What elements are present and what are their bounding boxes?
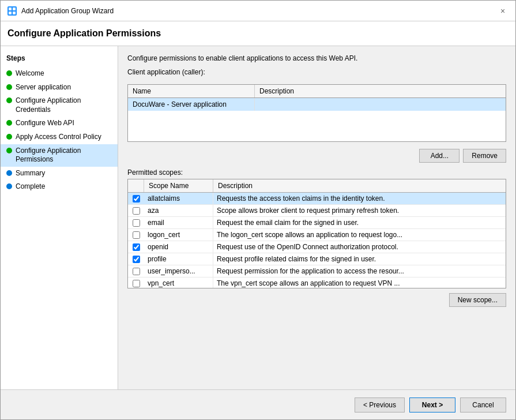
col-header-description: Description	[255, 85, 506, 97]
checkbox-email[interactable]	[133, 219, 140, 227]
scope-name-logon-cert: logon_cert	[144, 229, 213, 241]
scopes-section: Permitted scopes: Scope Name Description	[127, 168, 506, 381]
scope-name-allatclaims: allatclaims	[144, 193, 213, 204]
scope-desc-vpn-cert: The vpn_cert scope allows an application…	[213, 278, 506, 288]
scope-check-col-header	[128, 179, 144, 192]
checkbox-openid[interactable]	[133, 243, 140, 251]
svg-rect-3	[13, 12, 16, 14]
check-col-email	[128, 217, 144, 228]
client-buttons: Add... Remove	[127, 149, 506, 163]
client-name-cell: DocuWare - Server application	[128, 98, 255, 111]
description: Configure permissions to enable client a…	[127, 54, 506, 62]
sidebar-item-access-control[interactable]: Apply Access Control Policy	[1, 130, 118, 144]
client-desc-cell	[255, 98, 506, 111]
client-table-header: Name Description	[128, 85, 506, 98]
checkbox-aza[interactable]	[133, 207, 140, 215]
cancel-button[interactable]: Cancel	[460, 397, 506, 412]
page-header: Configure Application Permissions	[1, 21, 515, 46]
scope-name-user-impersonation: user_imperso...	[144, 265, 213, 277]
scope-row-openid: openid Request use of the OpenID Connect…	[128, 241, 506, 253]
main-panel: Configure permissions to enable client a…	[118, 46, 515, 389]
scope-row-profile: profile Request profile related claims f…	[128, 253, 506, 265]
close-button[interactable]: ×	[497, 5, 509, 17]
scope-desc-col-header: Description	[213, 179, 506, 192]
dot-credentials	[6, 97, 12, 103]
window-title: Add Application Group Wizard	[21, 7, 114, 15]
remove-button[interactable]: Remove	[463, 149, 506, 163]
dot-access-control	[6, 134, 12, 140]
client-section-label: Client application (caller):	[127, 68, 506, 76]
scope-desc-profile: Request profile related claims for the s…	[213, 253, 506, 265]
sidebar-item-welcome[interactable]: Welcome	[1, 67, 118, 81]
check-col-user-impersonation	[128, 266, 144, 277]
check-col-openid	[128, 242, 144, 253]
page-title: Configure Application Permissions	[7, 28, 504, 39]
permitted-scopes-label: Permitted scopes:	[127, 168, 506, 177]
checkbox-vpn-cert[interactable]	[133, 280, 140, 287]
scope-desc-email: Request the email claim for the signed i…	[213, 217, 506, 228]
app-icon	[7, 6, 17, 16]
title-bar: Add Application Group Wizard ×	[1, 1, 515, 21]
scope-name-openid: openid	[144, 241, 213, 253]
checkbox-profile[interactable]	[133, 256, 140, 263]
dot-web-api	[6, 120, 12, 126]
sidebar-item-complete[interactable]: Complete	[1, 180, 118, 194]
title-bar-left: Add Application Group Wizard	[7, 6, 114, 16]
next-button[interactable]: Next >	[409, 397, 455, 412]
checkbox-user-impersonation[interactable]	[133, 268, 140, 275]
add-button[interactable]: Add...	[419, 149, 459, 163]
wizard-window: Add Application Group Wizard × Configure…	[0, 0, 516, 420]
table-row[interactable]: DocuWare - Server application	[128, 98, 506, 111]
check-col-logon-cert	[128, 230, 144, 241]
new-scope-row: New scope...	[127, 293, 506, 307]
scope-name-aza: aza	[144, 205, 213, 216]
dot-app-permissions	[6, 148, 12, 153]
sidebar-item-summary[interactable]: Summary	[1, 167, 118, 181]
svg-rect-0	[9, 7, 12, 10]
check-col-allatclaims	[128, 193, 144, 204]
footer: < Previous Next > Cancel	[1, 389, 515, 419]
steps-label: Steps	[1, 52, 118, 67]
scopes-table: Scope Name Description allatclaims Reque…	[127, 179, 506, 288]
scope-desc-aza: Scope allows broker client to request pr…	[213, 205, 506, 216]
svg-rect-2	[9, 12, 12, 14]
scope-row-email: email Request the email claim for the si…	[128, 217, 506, 229]
scopes-inner[interactable]: Scope Name Description allatclaims Reque…	[128, 179, 506, 288]
sidebar-item-configure-credentials[interactable]: Configure Application Credentials	[1, 94, 118, 117]
sidebar: Steps Welcome Server application Configu…	[1, 46, 118, 389]
scope-name-email: email	[144, 217, 213, 228]
col-header-name: Name	[128, 85, 255, 97]
scope-row-logon-cert: logon_cert The logon_cert scope allows a…	[128, 229, 506, 241]
scope-desc-user-impersonation: Request permission for the application t…	[213, 265, 506, 277]
scope-row-allatclaims: allatclaims Requests the access token cl…	[128, 193, 506, 205]
sidebar-item-configure-web-api[interactable]: Configure Web API	[1, 117, 118, 130]
scope-name-col-header: Scope Name	[144, 179, 213, 192]
svg-rect-1	[13, 7, 16, 10]
content-area: Steps Welcome Server application Configu…	[1, 46, 515, 389]
client-table: Name Description DocuWare - Server appli…	[127, 84, 506, 142]
dot-summary	[6, 170, 12, 176]
scope-desc-allatclaims: Requests the access token claims in the …	[213, 193, 506, 204]
scope-row-vpn-cert: vpn_cert The vpn_cert scope allows an ap…	[128, 278, 506, 288]
new-scope-button[interactable]: New scope...	[449, 293, 506, 307]
sidebar-item-server-application[interactable]: Server application	[1, 81, 118, 95]
previous-button[interactable]: < Previous	[355, 397, 405, 412]
scope-name-vpn-cert: vpn_cert	[144, 278, 213, 288]
scope-desc-openid: Request use of the OpenID Connect author…	[213, 241, 506, 253]
scope-desc-logon-cert: The logon_cert scope allows an applicati…	[213, 229, 506, 241]
check-col-aza	[128, 205, 144, 216]
checkbox-allatclaims[interactable]	[133, 195, 140, 202]
check-col-profile	[128, 254, 144, 265]
sidebar-item-app-permissions[interactable]: Configure Application Permissions	[1, 144, 118, 167]
scope-row-aza: aza Scope allows broker client to reques…	[128, 205, 506, 217]
scopes-table-header: Scope Name Description	[128, 179, 506, 193]
scope-name-profile: profile	[144, 253, 213, 265]
dot-welcome	[6, 70, 12, 76]
scope-row-user-impersonation: user_imperso... Request permission for t…	[128, 265, 506, 278]
check-col-vpn-cert	[128, 278, 144, 288]
dot-server-app	[6, 84, 12, 90]
checkbox-logon-cert[interactable]	[133, 231, 140, 239]
dot-complete	[6, 183, 12, 189]
